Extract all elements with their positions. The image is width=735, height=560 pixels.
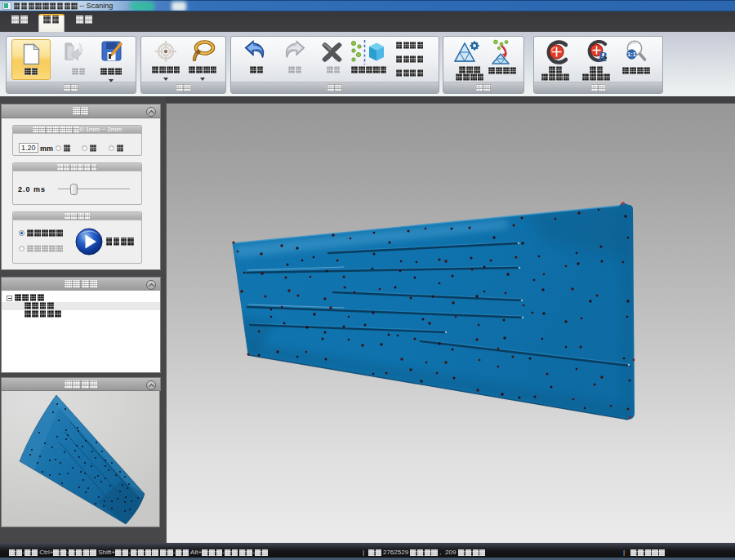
svg-text:1:1: 1:1	[627, 51, 636, 58]
svg-text:R: R	[597, 49, 607, 64]
